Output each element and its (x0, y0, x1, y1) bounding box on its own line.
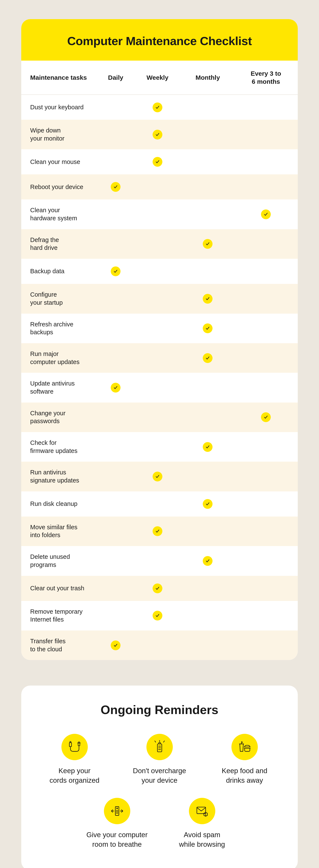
table-row: Update antivirussoftware (21, 373, 298, 402)
freq-cell (133, 432, 181, 462)
freq-cell (133, 284, 181, 313)
freq-cell (234, 546, 298, 576)
checkmark-icon (153, 584, 162, 593)
freq-cell (98, 432, 133, 462)
freq-cell (182, 601, 234, 630)
task-label: Reboot your device (21, 174, 98, 199)
svg-line-12 (163, 741, 164, 742)
checkmark-icon (111, 182, 121, 192)
freq-cell (182, 403, 234, 432)
freq-cell (133, 576, 181, 601)
freq-cell (234, 517, 298, 546)
task-label: Transfer filesto the cloud (21, 630, 98, 660)
freq-cell (98, 403, 133, 432)
freq-cell (234, 229, 298, 259)
checkmark-icon (203, 294, 213, 304)
checklist-title: Computer Maintenance Checklist (26, 34, 293, 48)
freq-cell (98, 199, 133, 229)
checkmark-icon (203, 323, 213, 333)
freq-cell (182, 95, 234, 120)
checkmark-icon (111, 267, 121, 276)
freq-cell (182, 343, 234, 373)
column-header: Weekly (133, 61, 181, 95)
freq-cell (133, 491, 181, 517)
freq-cell (182, 120, 234, 149)
freq-cell (234, 314, 298, 343)
freq-cell (133, 120, 181, 149)
svg-line-10 (155, 741, 156, 742)
freq-cell (234, 149, 298, 174)
task-label: Change yourpasswords (21, 403, 98, 432)
freq-cell (133, 462, 181, 491)
reminder-item: Don't overchargeyour device (121, 734, 198, 785)
freq-cell (98, 546, 133, 576)
table-row: Transfer filesto the cloud (21, 630, 298, 660)
freq-cell (234, 630, 298, 660)
table-row: Run majorcomputer updates (21, 343, 298, 373)
freq-cell (98, 491, 133, 517)
freq-cell (133, 546, 181, 576)
task-label: Run disk cleanup (21, 491, 98, 517)
freq-cell (234, 491, 298, 517)
task-label: Configureyour startup (21, 284, 98, 313)
freq-cell (133, 229, 181, 259)
reminders-grid: Keep yourcords organizedDon't overcharge… (30, 734, 289, 849)
freq-cell (234, 373, 298, 402)
table-row: Change yourpasswords (21, 403, 298, 432)
freq-cell (133, 343, 181, 373)
checkmark-icon (203, 239, 213, 249)
table-row: Delete unusedprograms (21, 546, 298, 576)
checkmark-icon (111, 641, 121, 650)
table-row: Wipe downyour monitor (21, 120, 298, 149)
table-row: Check forfirmware updates (21, 432, 298, 462)
freq-cell (234, 174, 298, 199)
table-row: Move similar filesinto folders (21, 517, 298, 546)
freq-cell (182, 630, 234, 660)
freq-cell (98, 284, 133, 313)
freq-cell (98, 343, 133, 373)
checkmark-icon (203, 556, 213, 566)
checkmark-icon (203, 353, 213, 363)
freq-cell (182, 373, 234, 402)
freq-cell (133, 517, 181, 546)
spam-icon (189, 798, 215, 824)
freq-cell (234, 432, 298, 462)
freq-cell (98, 174, 133, 199)
table-row: Backup data (21, 259, 298, 284)
table-row: Clean your mouse (21, 149, 298, 174)
battery-icon (147, 734, 173, 760)
reminder-label: Give your computerroom to breathe (87, 830, 148, 849)
cords-icon (61, 734, 88, 760)
freq-cell (133, 149, 181, 174)
reminder-item: Avoid spamwhile browsing (164, 798, 241, 849)
freq-cell (98, 601, 133, 630)
freq-cell (182, 229, 234, 259)
checkmark-icon (153, 102, 162, 112)
table-row: Refresh archivebackups (21, 314, 298, 343)
freq-cell (98, 120, 133, 149)
table-row: Remove temporaryInternet files (21, 601, 298, 630)
svg-point-18 (117, 808, 117, 809)
checkmark-icon (203, 442, 213, 452)
task-label: Defrag thehard drive (21, 229, 98, 259)
freq-cell (182, 199, 234, 229)
reminder-label: Keep yourcords organized (50, 766, 99, 785)
reminder-label: Keep food anddrinks away (222, 766, 267, 785)
freq-cell (234, 403, 298, 432)
checkmark-icon (203, 499, 213, 509)
task-label: Clean your mouse (21, 149, 98, 174)
freq-cell (234, 576, 298, 601)
freq-cell (234, 462, 298, 491)
checkmark-icon (153, 611, 162, 620)
table-row: Clear out your trash (21, 576, 298, 601)
reminder-item: Give your computerroom to breathe (79, 798, 155, 849)
checklist-card: Computer Maintenance Checklist Maintenan… (21, 19, 298, 660)
freq-cell (234, 95, 298, 120)
reminders-card: Ongoing Reminders Keep yourcords organiz… (21, 686, 298, 868)
freq-cell (133, 199, 181, 229)
freq-cell (98, 95, 133, 120)
freq-cell (98, 576, 133, 601)
freq-cell (98, 517, 133, 546)
table-row: Run disk cleanup (21, 491, 298, 517)
airflow-icon (104, 798, 130, 824)
